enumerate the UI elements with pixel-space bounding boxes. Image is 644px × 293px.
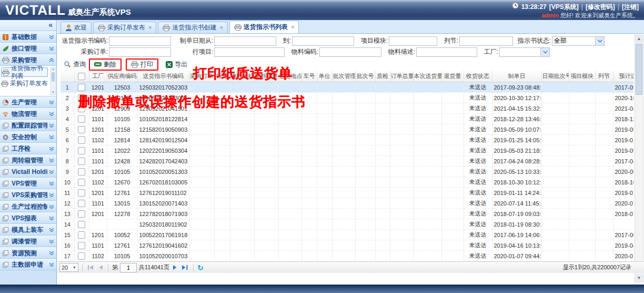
column-header[interactable]: 单位 xyxy=(317,71,332,82)
dropdown-arrow-icon[interactable] xyxy=(595,37,604,45)
row-checkbox[interactable] xyxy=(78,126,85,133)
toolbar-button-1[interactable]: 删除 xyxy=(91,60,119,70)
search-select[interactable] xyxy=(499,47,550,57)
sidebar-group-14[interactable]: 模具上装车 xyxy=(0,224,56,236)
sidebar-subitem-0[interactable]: 送货指示书列表 xyxy=(1,67,48,77)
table-row[interactable]: 17110210105101052020010703未送达2020-01-07 … xyxy=(61,251,633,261)
row-checkbox[interactable] xyxy=(78,242,85,249)
table-row[interactable]: 8110112428124282017042403未送达2017-04-24 0… xyxy=(61,156,633,167)
column-header[interactable]: 制单日 xyxy=(492,71,541,82)
sidebar-group-8[interactable]: 周转箱管理 xyxy=(0,154,56,166)
toolbar-button-2[interactable]: 打印 xyxy=(128,60,156,70)
table-row[interactable]: 9120110105101052020051303未送达2020-05-13 1… xyxy=(61,167,633,177)
row-checkbox[interactable] xyxy=(78,189,85,197)
page-size-select[interactable]: 20 ▼ xyxy=(59,263,78,272)
sidebar-collapse-button[interactable]: « xyxy=(0,20,56,31)
sidebar-group-12[interactable]: 生产过程控制 xyxy=(0,201,56,212)
column-header[interactable]: 工厂 xyxy=(89,71,107,82)
column-header[interactable]: 车号 xyxy=(301,71,317,82)
table-row[interactable]: 16110112761127612019041602未送达2019-04-16 … xyxy=(61,240,633,251)
row-checkbox[interactable] xyxy=(78,200,85,207)
vertical-scrollbar[interactable]: ▲ ▼ xyxy=(635,35,643,282)
select-all-checkbox[interactable] xyxy=(78,73,85,80)
search-input[interactable] xyxy=(416,47,477,57)
search-input[interactable] xyxy=(292,36,354,46)
vps-system-link[interactable]: [VPS系统] xyxy=(549,3,579,11)
scroll-down-icon[interactable]: ▼ xyxy=(635,275,643,282)
scroll-up-icon[interactable]: ▲ xyxy=(635,35,643,43)
next-page-icon[interactable] xyxy=(172,265,178,270)
column-header[interactable]: 送货指示书编码 xyxy=(137,71,189,82)
first-page-icon[interactable] xyxy=(86,265,95,270)
sidebar-group-7[interactable]: 工序检 xyxy=(0,143,56,154)
table-row[interactable]: 14125032018011902未送达2018-01-19 08:30:57 xyxy=(61,219,633,230)
row-checkbox[interactable] xyxy=(78,147,85,154)
column-header[interactable]: 批次管理 xyxy=(332,71,355,82)
scroll-down-icon[interactable]: ▼ xyxy=(51,91,55,94)
search-input[interactable] xyxy=(459,36,513,46)
row-checkbox[interactable] xyxy=(78,252,85,260)
sidebar-group-6[interactable]: 安全控制 xyxy=(0,131,56,143)
row-checkbox[interactable] xyxy=(78,210,85,218)
sidebar-group-1[interactable]: 接口管理 xyxy=(0,43,56,54)
sidebar-group-16[interactable]: 资源预测 xyxy=(0,247,56,259)
prev-page-icon[interactable] xyxy=(97,265,104,270)
sidebar-group-5[interactable]: 配置跟踪管理 xyxy=(0,120,56,131)
last-page-icon[interactable] xyxy=(180,265,189,270)
submenu-scrollbar[interactable]: ▲▼ xyxy=(51,67,56,95)
column-header[interactable]: 收货状态 xyxy=(464,71,492,82)
row-checkbox[interactable] xyxy=(78,179,85,186)
sidebar-group-4[interactable]: 物流管理 xyxy=(0,108,56,120)
close-icon[interactable]: × xyxy=(291,22,294,32)
row-checkbox[interactable] xyxy=(78,136,85,144)
column-header[interactable]: 预计送货日 xyxy=(613,71,633,82)
column-header[interactable]: 质检 xyxy=(375,71,390,82)
submenu-scrollbar-thumb[interactable] xyxy=(52,72,55,82)
table-row[interactable]: 11120112761127612019011102未送达2019-01-11 … xyxy=(61,188,633,198)
column-header[interactable]: 列节 xyxy=(595,71,613,82)
sidebar-group-2[interactable]: 采购管理 xyxy=(0,54,56,66)
dropdown-arrow-icon[interactable] xyxy=(540,48,549,56)
search-input[interactable] xyxy=(389,36,437,46)
table-row[interactable]: 10110212670126702018103005未送达2018-10-30 … xyxy=(61,177,633,188)
row-checkbox[interactable] xyxy=(78,158,85,165)
tab-0[interactable]: 欢迎 xyxy=(61,22,92,33)
table-row[interactable]: 12110113015130152020071403未送达2020-07-14 … xyxy=(61,198,633,209)
table-row[interactable]: 13120112278122782018071903未送达2018-07-19 … xyxy=(61,209,633,219)
row-checkbox[interactable] xyxy=(78,221,85,228)
vertical-scrollbar-thumb[interactable] xyxy=(636,44,642,95)
search-input[interactable] xyxy=(109,47,171,57)
column-header[interactable]: 退货量 xyxy=(441,71,464,82)
sidebar-subitem-1[interactable]: 采购订单发布 xyxy=(1,80,50,87)
toolbar-button-3[interactable]: 导出 xyxy=(163,60,190,70)
column-header[interactable]: 供应商编码 xyxy=(107,71,137,82)
sidebar-group-9[interactable]: Victall Holding xyxy=(0,166,56,178)
scroll-up-icon[interactable]: ▲ xyxy=(52,67,55,71)
table-row[interactable]: 4110110105101052018122814未送达2018-12-28 1… xyxy=(61,114,633,124)
page-number-input[interactable] xyxy=(120,263,137,272)
sidebar-group-10[interactable]: VPS管理 xyxy=(0,178,56,189)
table-row[interactable]: 15120110052100522017061918未送达2017-06-19 … xyxy=(61,230,633,240)
row-checkbox[interactable] xyxy=(78,231,85,239)
search-input[interactable] xyxy=(214,47,285,57)
refresh-icon[interactable]: ↻ xyxy=(197,263,204,272)
search-input[interactable] xyxy=(109,36,171,46)
close-icon[interactable]: × xyxy=(219,23,223,33)
table-row[interactable]: 7110112022120222019050304未送达2019-05-03 2… xyxy=(61,145,633,156)
sidebar-group-11[interactable]: VPS采购管理 xyxy=(0,189,56,201)
column-header[interactable]: 日期批次号 xyxy=(541,71,569,82)
row-checkbox[interactable] xyxy=(78,168,85,175)
sidebar-group-3[interactable]: 生产管理 xyxy=(0,96,56,108)
column-header[interactable]: 批次号 xyxy=(355,71,375,82)
tab-2[interactable]: 送货指示书创建× xyxy=(158,22,227,33)
column-header[interactable]: 本次送货量 xyxy=(413,71,441,82)
column-header[interactable]: 项目模块 xyxy=(569,71,595,82)
search-select[interactable]: 全部 xyxy=(552,36,605,46)
change-password-link[interactable]: [修改密码] xyxy=(586,3,615,11)
search-input[interactable] xyxy=(214,36,276,46)
table-row[interactable]: 5120112158121582019050903未送达2019-05-09 1… xyxy=(61,124,633,135)
sidebar-group-15[interactable]: 调漆管理 xyxy=(0,236,56,247)
search-input[interactable] xyxy=(319,47,381,57)
column-header[interactable]: 订单总量 xyxy=(390,71,413,82)
row-checkbox[interactable] xyxy=(78,115,85,123)
